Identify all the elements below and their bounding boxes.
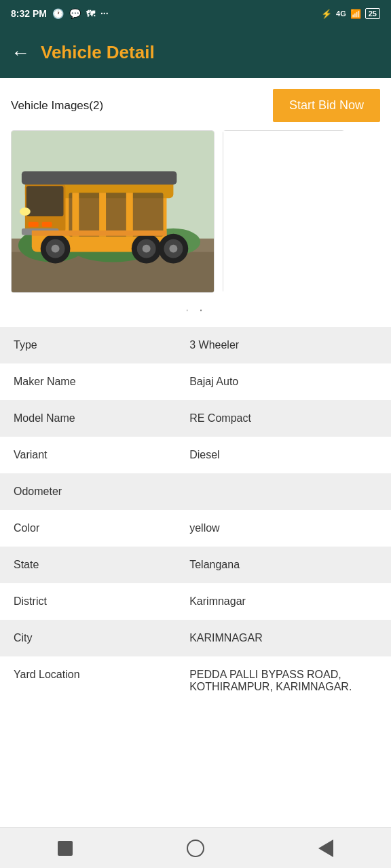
table-row: Maker NameBajaj Auto (0, 363, 391, 400)
images-label: Vehicle Images(2) (11, 99, 103, 113)
table-row: StateTelangana (0, 547, 391, 583)
detail-value (176, 473, 391, 510)
table-row: Type3 Wheeler (0, 327, 391, 363)
images-section-header: Vehicle Images(2) Start Bid Now (0, 78, 391, 130)
svg-rect-14 (126, 193, 133, 237)
nav-square-button[interactable] (50, 833, 80, 863)
table-row: Yard LocationPEDDA PALLI BYPASS ROAD, KO… (0, 656, 391, 705)
detail-key: Color (0, 510, 176, 547)
main-vehicle-image (11, 130, 215, 293)
table-row: DistrictKarimnagar (0, 583, 391, 620)
side-vehicle-image (223, 130, 345, 293)
detail-key: City (0, 620, 176, 656)
page-indicator: · · (0, 298, 391, 324)
svg-point-21 (143, 245, 151, 253)
start-bid-button[interactable]: Start Bid Now (273, 89, 380, 122)
header: ← Vehicle Detail (0, 27, 391, 78)
detail-value: Telangana (176, 547, 391, 583)
detail-value: Bajaj Auto (176, 363, 391, 400)
svg-rect-28 (42, 222, 52, 227)
bluetooth-icon: ⚡ (321, 9, 332, 19)
detail-table: Type3 WheelerMaker NameBajaj AutoModel N… (0, 327, 391, 705)
svg-point-25 (20, 208, 31, 216)
detail-value: yellow (176, 510, 391, 547)
detail-key: State (0, 547, 176, 583)
status-right: ⚡ 4G 📶 25 (321, 8, 380, 19)
detail-value: KARIMNAGAR (176, 620, 391, 656)
back-button[interactable]: ← (11, 42, 30, 64)
table-row: CityKARIMNAGAR (0, 620, 391, 656)
detail-key: District (0, 583, 176, 620)
alarm-icon: 🕐 (52, 8, 64, 19)
time-display: 8:32 PM (11, 8, 47, 19)
detail-key: Yard Location (0, 656, 176, 705)
battery-icon: 25 (365, 8, 380, 19)
svg-point-24 (169, 245, 177, 253)
status-left: 8:32 PM 🕐 💬 🗺 ··· (11, 8, 109, 19)
circle-icon (187, 840, 204, 857)
svg-rect-12 (72, 193, 79, 237)
table-row: Odometer (0, 473, 391, 510)
bottom-navigation (0, 827, 391, 868)
page-title: Vehicle Detail (41, 42, 155, 63)
signal-icon: 📶 (350, 9, 361, 19)
detail-key: Model Name (0, 400, 176, 437)
detail-key: Odometer (0, 473, 176, 510)
table-row: Coloryellow (0, 510, 391, 547)
svg-rect-27 (29, 222, 39, 227)
nav-home-button[interactable] (181, 833, 210, 863)
svg-rect-11 (69, 193, 163, 237)
4g-icon: 4G (336, 9, 346, 18)
image-carousel (0, 130, 391, 293)
detail-value: RE Compact (176, 400, 391, 437)
detail-key: Maker Name (0, 363, 176, 400)
detail-value: 3 Wheeler (176, 327, 391, 363)
table-row: Model NameRE Compact (0, 400, 391, 437)
vehicle-svg (12, 130, 214, 293)
svg-rect-10 (26, 186, 64, 216)
nav-back-button[interactable] (311, 833, 341, 863)
maps-icon: 🗺 (86, 9, 95, 19)
detail-value: PEDDA PALLI BYPASS ROAD, KOTHIRAMPUR, KA… (176, 656, 391, 705)
more-icon: ··· (100, 8, 109, 19)
svg-point-18 (52, 245, 60, 253)
detail-value: Diesel (176, 437, 391, 473)
table-row: VariantDiesel (0, 437, 391, 473)
svg-rect-26 (32, 231, 167, 236)
triangle-icon (318, 840, 333, 857)
detail-key: Variant (0, 437, 176, 473)
status-bar: 8:32 PM 🕐 💬 🗺 ··· ⚡ 4G 📶 25 (0, 0, 391, 27)
square-icon (58, 841, 73, 856)
content-area: Vehicle Images(2) Start Bid Now (0, 78, 391, 827)
detail-value: Karimnagar (176, 583, 391, 620)
message-icon: 💬 (69, 8, 81, 19)
svg-rect-13 (99, 193, 106, 237)
svg-rect-9 (22, 171, 176, 184)
detail-key: Type (0, 327, 176, 363)
